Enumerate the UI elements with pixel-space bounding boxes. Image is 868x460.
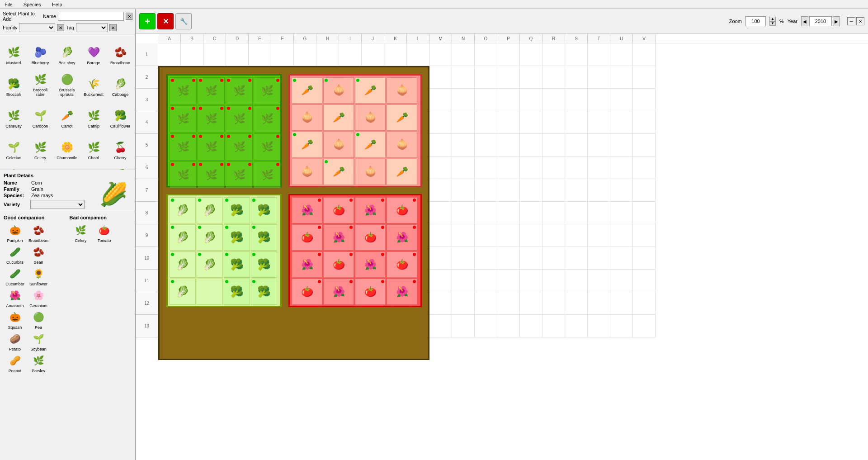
good-companion-parsley[interactable]: 🌿Parsley [27, 352, 50, 373]
grid-cell-V11[interactable] [633, 270, 656, 292]
good-companion-broadbean[interactable]: 🫘Broadbean [27, 222, 50, 243]
plant-item-cherry[interactable]: 🍒Cherry [108, 130, 133, 162]
grid-cell-Q9[interactable] [520, 224, 542, 247]
grid-cell-S2[interactable] [565, 66, 588, 89]
year-next-button[interactable]: ▶ [833, 16, 840, 26]
menu-species[interactable]: Species [21, 1, 44, 8]
grid-cell-N3[interactable] [452, 89, 475, 111]
plant-item-buckwheat[interactable]: 🌾Buckwheat [81, 67, 106, 99]
year-input[interactable] [809, 16, 832, 26]
grid-cell-Q12[interactable] [520, 292, 542, 315]
grid-cell-M10[interactable] [429, 247, 452, 270]
grid-cell-N12[interactable] [452, 292, 475, 315]
grid-cell-T12[interactable] [588, 292, 610, 315]
grid-cell-V4[interactable] [633, 111, 656, 134]
grid-cell-T13[interactable] [588, 315, 610, 337]
family-clear-button[interactable]: ✕ [57, 24, 64, 31]
grid-cell-Q13[interactable] [520, 315, 542, 337]
grid-cell-D1[interactable] [226, 43, 249, 66]
grid-cell-O2[interactable] [475, 66, 497, 89]
grid-cell-T1[interactable] [588, 43, 610, 66]
grid-cell-N7[interactable] [452, 179, 475, 202]
grid-cell-R4[interactable] [542, 111, 565, 134]
grid-cell-O12[interactable] [475, 292, 497, 315]
grid-cell-T5[interactable] [588, 134, 610, 156]
plant-item-mustard[interactable]: 🌿Mustard [1, 35, 26, 67]
grid-cell-U11[interactable] [610, 270, 633, 292]
variety-select[interactable] [30, 200, 85, 209]
grid-cell-A1[interactable] [158, 43, 181, 66]
good-companion-cucumber[interactable]: 🥒Cucumber [4, 266, 26, 286]
grid-cell-V3[interactable] [633, 89, 656, 111]
minimize-button[interactable]: ─ [847, 17, 855, 25]
plant-item-borage[interactable]: 💜Borage [81, 35, 106, 67]
grid-cell-R12[interactable] [542, 292, 565, 315]
grid-cell-U9[interactable] [610, 224, 633, 247]
grid-cell-U13[interactable] [610, 315, 633, 337]
plant-item-caraway[interactable]: 🌿Caraway [1, 99, 26, 130]
grid-cell-P10[interactable] [497, 247, 520, 270]
grid-cell-Q10[interactable] [520, 247, 542, 270]
good-companion-sunflower[interactable]: 🌻Sunflower [27, 266, 50, 286]
plant-item-chinese-cabbage[interactable]: 🥬Chinese cabbage [108, 162, 133, 170]
plant-item-chickpea[interactable]: 🌱Chickpea [28, 162, 53, 170]
menu-file[interactable]: File [2, 1, 15, 8]
grid-cell-Q5[interactable] [520, 134, 542, 156]
grid-cell-S4[interactable] [565, 111, 588, 134]
grid-cell-M12[interactable] [429, 292, 452, 315]
plant-item-catnip[interactable]: 🌿Catnip [81, 99, 106, 130]
good-companion-cucurbits[interactable]: 🥒Cucurbits [4, 244, 26, 265]
grid-cell-T9[interactable] [588, 224, 610, 247]
bad-companion-celery[interactable]: 🌿Celery [70, 222, 92, 243]
grid-cell-R10[interactable] [542, 247, 565, 270]
grid-cell-M6[interactable] [429, 156, 452, 179]
grid-cell-T8[interactable] [588, 202, 610, 224]
grid-cell-O4[interactable] [475, 111, 497, 134]
grid-cell-U2[interactable] [610, 66, 633, 89]
grid-cell-U3[interactable] [610, 89, 633, 111]
plant-item-chamomile[interactable]: 🌼Chamomile [54, 130, 80, 162]
grid-cell-T7[interactable] [588, 179, 610, 202]
grid-cell-U10[interactable] [610, 247, 633, 270]
grid-cell-V1[interactable] [633, 43, 656, 66]
grid-cell-Q1[interactable] [520, 43, 542, 66]
grid-cell-V8[interactable] [633, 202, 656, 224]
plant-item-celery[interactable]: 🌿Celery [28, 130, 53, 162]
grid-cell-F1[interactable] [271, 43, 294, 66]
grid-cell-K1[interactable] [384, 43, 407, 66]
grid-cell-S6[interactable] [565, 156, 588, 179]
grid-cell-N10[interactable] [452, 247, 475, 270]
grid-cell-Q2[interactable] [520, 66, 542, 89]
close-button[interactable]: ✕ [856, 17, 864, 25]
grid-cell-R6[interactable] [542, 156, 565, 179]
grid-cell-R11[interactable] [542, 270, 565, 292]
plant-item-bok-choy[interactable]: 🥬Bok choy [54, 35, 80, 67]
grid-cell-Q3[interactable] [520, 89, 542, 111]
plant-item-blueberry[interactable]: 🫐Blueberry [28, 35, 53, 67]
plant-item-brussels-sprouts[interactable]: 🟢Brussels sprouts [54, 67, 80, 99]
zoom-down-button[interactable]: ▼ [769, 21, 776, 26]
grid-cell-H1[interactable] [316, 43, 339, 66]
grid-cell-P1[interactable] [497, 43, 520, 66]
grid-cell-P3[interactable] [497, 89, 520, 111]
menu-help[interactable]: Help [49, 1, 65, 8]
plant-item-cauliflower[interactable]: 🥦Cauliflower [108, 99, 133, 130]
grid-cell-Q11[interactable] [520, 270, 542, 292]
grid-cell-R8[interactable] [542, 202, 565, 224]
grid-cell-U7[interactable] [610, 179, 633, 202]
grid-cell-O6[interactable] [475, 156, 497, 179]
plant-item-chili[interactable]: 🌶️Chili [81, 162, 106, 170]
grid-cell-O11[interactable] [475, 270, 497, 292]
grid-cell-O13[interactable] [475, 315, 497, 337]
grid-cell-N1[interactable] [452, 43, 475, 66]
grid-cell-S3[interactable] [565, 89, 588, 111]
grid-cell-O5[interactable] [475, 134, 497, 156]
grid-cell-M8[interactable] [429, 202, 452, 224]
good-companion-bean[interactable]: 🫘Bean [27, 244, 50, 265]
grid-cell-N2[interactable] [452, 66, 475, 89]
grid-cell-M7[interactable] [429, 179, 452, 202]
plant-item-cabbage[interactable]: 🥬Cabbage [108, 67, 133, 99]
year-prev-button[interactable]: ◀ [801, 16, 808, 26]
grid-cell-V6[interactable] [633, 156, 656, 179]
plant-item-broccoli[interactable]: 🥦Broccoli [1, 67, 26, 99]
